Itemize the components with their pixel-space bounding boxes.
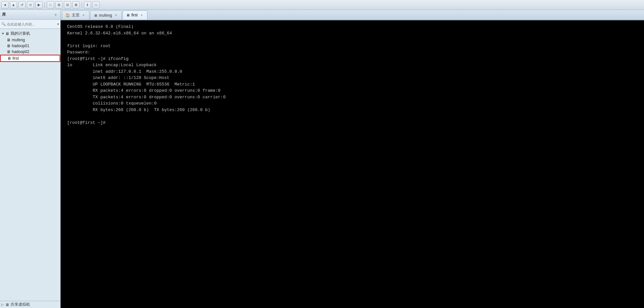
terminal-output: CentOS release 6.8 (Final) Kernel 2.6.32… <box>67 24 637 126</box>
tab-home[interactable]: 🏠 主页 × <box>62 10 89 20</box>
computer-icon-mufeng: 🖥 <box>7 38 10 42</box>
tab-first-label: first <box>131 13 138 17</box>
toolbar: ◄ ▲ ↺ ⊙ ▶ □ ⊞ ⊟ ⊠ ℹ □ <box>0 0 644 10</box>
computer-icon-shared: 🖥 <box>5 302 9 307</box>
content-area: 🏠 主页 × 🖥 mufeng × 🖥 first × CentOS relea… <box>61 10 644 308</box>
toolbar-btn-up[interactable]: ▲ <box>10 1 17 9</box>
sidebar-tree: ▼ 🖥 我的计算机 🖥 mufeng 🖥 hadoop01 🖥 hadoop02 <box>0 29 60 301</box>
tree-expand-root: ▼ <box>1 32 5 35</box>
toolbar-btn-target[interactable]: ⊙ <box>27 1 34 9</box>
first-tab-icon: 🖥 <box>126 13 130 17</box>
tab-home-label: 主页 <box>72 12 80 18</box>
home-icon: 🏠 <box>66 13 70 17</box>
toolbar-btn-box2[interactable]: □ <box>92 1 100 9</box>
computer-icon-first: 🖥 <box>7 56 11 61</box>
toolbar-btn-back[interactable]: ◄ <box>1 1 9 9</box>
search-icon: 🔍 <box>1 22 6 26</box>
tree-label-mufeng: mufeng <box>12 38 25 42</box>
computer-icon-hadoop01: 🖥 <box>7 44 10 48</box>
tree-label-hadoop01: hadoop01 <box>12 44 29 48</box>
toolbar-btn-x[interactable]: ⊠ <box>72 1 80 9</box>
tree-label-hadoop02: hadoop02 <box>12 49 29 54</box>
sidebar-footer-label: 共享虚拟机 <box>10 302 30 307</box>
tab-first[interactable]: 🖥 first × <box>123 10 147 20</box>
tab-first-close[interactable]: × <box>139 13 144 17</box>
toolbar-btn-play[interactable]: ▶ <box>35 1 43 9</box>
terminal-area[interactable]: CentOS release 6.8 (Final) Kernel 2.6.32… <box>61 20 644 308</box>
tree-expand-shared: ▷ <box>1 303 5 306</box>
toolbar-btn-box1[interactable]: □ <box>47 1 54 9</box>
tab-mufeng-label: mufeng <box>99 13 112 18</box>
tree-item-root[interactable]: ▼ 🖥 我的计算机 <box>0 30 60 37</box>
computer-icon-hadoop02: 🖥 <box>7 49 10 54</box>
tree-item-first[interactable]: 🖥 first <box>0 55 60 62</box>
sidebar-search-bar[interactable]: 🔍 ▾ <box>0 20 60 29</box>
toolbar-btn-refresh[interactable]: ↺ <box>18 1 26 9</box>
sidebar: 库 × 🔍 ▾ ▼ 🖥 我的计算机 🖥 mufeng 🖥 hadoop01 <box>0 10 61 308</box>
tab-mufeng-close[interactable]: × <box>114 13 118 18</box>
toolbar-btn-minus[interactable]: ⊟ <box>64 1 71 9</box>
computer-icon-root: 🖥 <box>5 31 9 36</box>
mufeng-tab-icon: 🖥 <box>94 13 97 17</box>
toolbar-separator-1 <box>45 2 45 8</box>
tree-item-mufeng[interactable]: 🖥 mufeng <box>0 37 60 43</box>
toolbar-separator-2 <box>82 2 82 8</box>
tree-item-hadoop01[interactable]: 🖥 hadoop01 <box>0 43 60 49</box>
sidebar-header: 库 × <box>0 10 60 20</box>
tab-mufeng[interactable]: 🖥 mufeng × <box>90 10 122 20</box>
toolbar-btn-info[interactable]: ℹ <box>84 1 91 9</box>
search-dropdown-icon[interactable]: ▾ <box>57 22 59 26</box>
search-input[interactable] <box>7 22 56 26</box>
toolbar-btn-grid1[interactable]: ⊞ <box>55 1 63 9</box>
tree-label-root: 我的计算机 <box>10 31 30 36</box>
sidebar-close-button[interactable]: × <box>53 12 58 17</box>
sidebar-title: 库 <box>2 12 6 17</box>
tab-bar: 🏠 主页 × 🖥 mufeng × 🖥 first × <box>61 10 644 20</box>
sidebar-footer-shared[interactable]: ▷ 🖥 共享虚拟机 <box>0 301 60 308</box>
tab-home-close[interactable]: × <box>81 13 86 18</box>
tree-label-first: first <box>12 56 19 61</box>
main-area: 库 × 🔍 ▾ ▼ 🖥 我的计算机 🖥 mufeng 🖥 hadoop01 <box>0 10 644 308</box>
tree-item-hadoop02[interactable]: 🖥 hadoop02 <box>0 49 60 55</box>
